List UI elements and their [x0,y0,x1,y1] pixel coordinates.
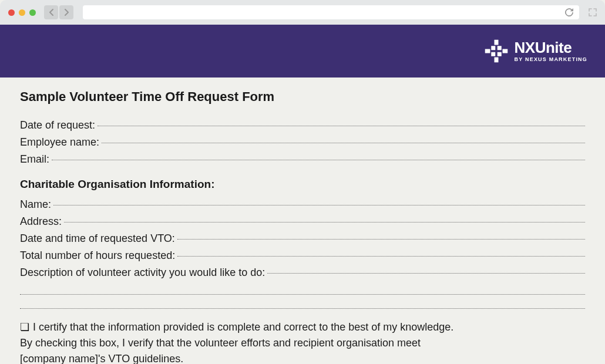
input-line[interactable] [98,126,585,126]
field-row-org-address: Address: [20,214,585,230]
certify-text-line1: I certify that the information provided … [33,319,453,335]
field-label: Email: [20,151,49,167]
brand-logo: NXUnite BY NEXUS MARKETING [484,39,587,63]
field-label: Total number of hours requested: [20,248,175,264]
logo-text: NXUnite BY NEXUS MARKETING [515,40,587,62]
field-label: Description of volunteer activity you wo… [20,265,265,281]
svg-rect-5 [497,46,501,50]
field-label: Employee name: [20,134,99,150]
reload-icon[interactable] [565,8,573,16]
back-button[interactable] [44,5,58,19]
field-label: Name: [20,197,51,213]
svg-rect-6 [491,52,495,56]
field-row-vto-datetime: Date and time of requested VTO: [20,231,585,247]
field-row-org-name: Name: [20,197,585,213]
url-bar[interactable] [83,5,579,19]
field-row-hours-requested: Total number of hours requested: [20,248,585,264]
brand-name: NXUnite [515,40,587,55]
window-controls [8,9,36,16]
certify-text-line3: [company name]'s VTO guidelines. [20,351,585,364]
logo-mark-icon [484,39,509,63]
form-title: Sample Volunteer Time Off Request Form [20,89,585,105]
input-line[interactable] [177,239,585,240]
svg-rect-4 [491,46,495,50]
minimize-window-button[interactable] [19,9,25,16]
svg-rect-2 [485,49,490,53]
input-line[interactable] [102,143,585,143]
field-label: Address: [20,214,62,230]
expand-button[interactable] [589,8,597,16]
input-line[interactable] [20,296,585,309]
input-line[interactable] [53,205,585,205]
field-row-date-of-request: Date of request: [20,117,585,133]
maximize-window-button[interactable] [29,9,36,16]
svg-rect-7 [497,52,501,56]
certify-block: ❏ I certify that the information provide… [20,319,585,364]
browser-frame: NXUnite BY NEXUS MARKETING Sample Volunt… [0,0,605,364]
input-line[interactable] [52,160,585,160]
certify-text-line2: By checking this box, I verify that the … [20,335,585,351]
close-window-button[interactable] [8,9,15,16]
input-line[interactable] [20,282,585,295]
svg-rect-1 [494,58,498,63]
field-row-description: Description of volunteer activity you wo… [20,265,585,281]
header-banner: NXUnite BY NEXUS MARKETING [0,25,605,77]
forward-button[interactable] [59,5,73,19]
section-title: Charitable Organisation Information: [20,178,585,191]
certify-checkbox[interactable]: ❏ [20,319,29,335]
browser-chrome [0,0,605,25]
input-line[interactable] [267,273,585,274]
svg-rect-3 [502,49,507,53]
field-row-email: Email: [20,151,585,167]
input-line[interactable] [177,256,585,257]
form-content: Sample Volunteer Time Off Request Form D… [0,77,605,364]
input-line[interactable] [64,222,585,223]
nav-buttons [44,5,73,19]
svg-rect-0 [494,40,498,45]
field-row-employee-name: Employee name: [20,134,585,150]
field-label: Date of request: [20,117,95,133]
field-label: Date and time of requested VTO: [20,231,175,247]
brand-byline: BY NEXUS MARKETING [515,56,587,62]
